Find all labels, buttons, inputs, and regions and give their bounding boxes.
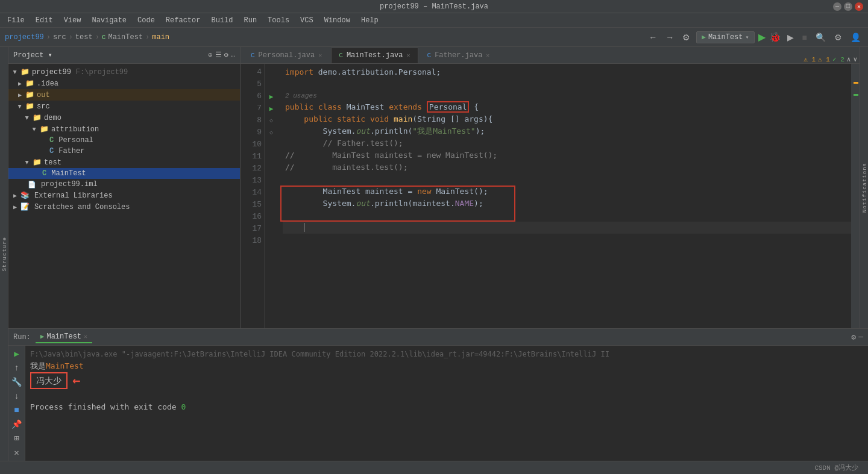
breadcrumb-maintest[interactable]: MainTest [108,33,143,42]
run-config-icon: ▶ [702,33,706,41]
gear-small-icon[interactable]: ⚙ [224,51,228,60]
tree-item-personal[interactable]: C Personal [8,135,240,146]
maximize-button[interactable]: □ [844,2,852,11]
gutter-13 [265,175,278,187]
close-run-button[interactable]: ✕ [10,447,24,458]
breadcrumb-project[interactable]: project99 [5,33,44,42]
tab-maintest-close[interactable]: ✕ [407,52,410,59]
stop-button[interactable]: ■ [800,31,810,43]
code-editor[interactable]: 4 5 6 7 8 9 10 11 12 13 14 15 16 17 [241,64,860,328]
breakpoint-9[interactable]: ◇ [269,129,273,136]
run-indicator-6[interactable]: ▶ [269,93,274,101]
code-line-4: import demo.attribution.Personal; [283,66,851,78]
settings-button[interactable]: ⚙ [680,31,693,43]
tree-item-project99[interactable]: ▶ 📁 project99 F:\project99 [8,66,240,78]
tree-item-test[interactable]: ▶ 📁 test [8,157,240,168]
menu-item-view[interactable]: View [59,15,86,26]
tree-item-iml[interactable]: 📄 project99.iml [8,179,240,190]
menu-item-file[interactable]: File [2,15,30,26]
tree-item-ext-libs[interactable]: ▶ 📚 External Libraries [8,190,240,201]
run-output[interactable]: F:\Java\bin\java.exe "-javaagent:F:\JetB… [25,346,868,461]
tree-item-maintest[interactable]: C MainTest [8,168,240,179]
breadcrumb-src[interactable]: src [53,33,66,42]
breakpoint-8[interactable]: ◇ [269,117,273,124]
breadcrumb-sep4: › [145,33,149,42]
debug-button[interactable]: 🐞 [769,31,781,43]
warning-marker-1 [854,82,858,84]
ok-marker-1 [854,94,858,96]
panel-settings-icon[interactable]: … [231,51,235,60]
gutter-14 [265,187,278,199]
tree-item-src[interactable]: ▶ 📁 src [8,101,240,112]
editor-tabs: C Personal.java ✕ C MainTest.java ✕ C Fa… [241,47,860,64]
search-button[interactable]: 🔍 [813,31,828,43]
menu-item-build[interactable]: Build [206,15,237,26]
run-gear-icon[interactable]: ⚙ [851,332,856,342]
gutter-6[interactable]: ▶ [265,90,278,102]
line-numbers: 4 5 6 7 8 9 10 11 12 13 14 15 16 17 [241,64,265,328]
menu-item-run[interactable]: Run [239,15,262,26]
back-button[interactable]: ← [646,31,659,43]
menu-item-code[interactable]: Code [133,15,160,26]
run-config-selector[interactable]: ▶ MainTest ▾ [696,31,754,43]
structure-tab[interactable]: Structure [2,237,8,272]
tab-personal[interactable]: C Personal.java ✕ [243,48,330,63]
locate-icon[interactable]: ⊕ [208,51,212,60]
menu-item-help[interactable]: Help [356,15,383,26]
gutter-7[interactable]: ▶ [265,102,278,114]
restart-button[interactable]: ▶ [10,348,24,360]
scroll-up-button[interactable]: ↑ [10,362,24,373]
arrow-icon: ▶ [16,104,24,108]
breadcrumb-test[interactable]: test [75,33,93,42]
menu-item-tools[interactable]: Tools [263,15,294,26]
tree-label-attribution: attribution [51,125,99,134]
gear-button[interactable]: ⚙ [832,31,844,43]
stop-run-button[interactable]: ■ [10,405,24,416]
scratch-icon: 📝 [20,202,30,211]
code-content[interactable]: import demo.attribution.Personal; 2 usag… [278,64,851,328]
tab-personal-close[interactable]: ✕ [318,52,322,59]
breadcrumb-main[interactable]: main [152,33,169,42]
notifications-label[interactable]: Notifications [862,163,868,213]
tree-item-demo[interactable]: ▶ 📁 demo [8,112,240,123]
menu-item-vcs[interactable]: VCS [295,15,318,26]
wrench-icon[interactable]: 🔧 [10,376,24,388]
run-tab-close[interactable]: ✕ [84,333,87,340]
tab-maintest[interactable]: C MainTest.java ✕ [331,48,418,63]
run-minimize-icon[interactable]: — [858,332,863,342]
code-text-4: import demo.attribution.Personal; [285,66,441,78]
collapse-icon[interactable]: ☰ [215,51,222,60]
tab-father[interactable]: C Father.java ✕ [420,48,498,63]
tree-item-idea[interactable]: ▶ 📁 .idea [8,78,240,89]
tree-item-attribution[interactable]: ▶ 📁 attribution [8,123,240,135]
tab-father-close[interactable]: ✕ [486,52,489,59]
warning-icon: ⚠ 1 [804,55,816,63]
java-maintest-icon: C [42,169,46,178]
gutter-12 [265,163,278,175]
minimize-button[interactable]: — [833,2,841,11]
forward-button[interactable]: → [663,31,676,43]
tree-label-ext-libs: External Libraries [34,192,113,200]
tree-item-scratches[interactable]: ▶ 📝 Scratches and Consoles [8,201,240,213]
run-button[interactable]: ▶ [758,31,766,43]
tree-label-father: Father [58,147,84,155]
menu-item-window[interactable]: Window [319,15,355,26]
scroll-down-button[interactable]: ↓ [10,390,24,402]
menu-item-navigate[interactable]: Navigate [87,15,131,26]
arrow-icon: ▶ [24,160,31,164]
collapse-editor-icon[interactable]: ∨ [853,55,857,63]
menu-item-refactor[interactable]: Refactor [161,15,206,26]
tree-item-father[interactable]: C Father [8,146,240,157]
expand-icon[interactable]: ∧ [847,55,851,63]
tree-item-out[interactable]: ▶ 📁 out [8,89,240,101]
run-indicator-7[interactable]: ▶ [269,105,274,113]
pin-button[interactable]: 📌 [10,419,24,430]
output-finish-line: Process finished with exit code 0 [30,401,863,413]
gutter-10 [265,139,278,151]
close-button[interactable]: ✕ [855,2,863,11]
run-tab-maintest[interactable]: ▶ MainTest ✕ [36,331,92,343]
coverage-button[interactable]: ▶ [785,31,796,43]
layout-button[interactable]: ⊞ [10,432,24,444]
menu-item-edit[interactable]: Edit [31,15,58,26]
profile-button[interactable]: 👤 [848,31,863,43]
